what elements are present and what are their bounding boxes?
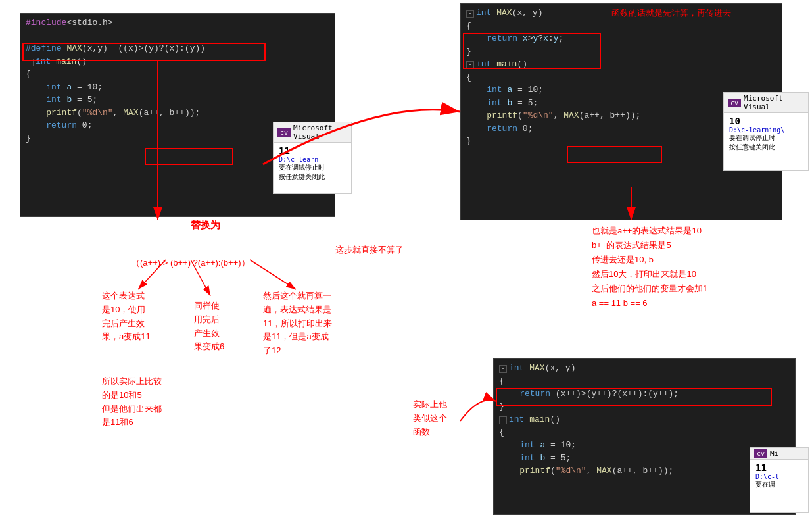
output-hint2-top-left: 按任意键关闭此 xyxy=(279,172,346,182)
tr-line-3: return x>y?x:y; xyxy=(461,32,782,45)
vs-logo-top-left: cv xyxy=(277,128,291,137)
arrow-similar-to-func xyxy=(460,400,496,421)
annotation-result-desc: 也就是a++的表达式结果是10 b++的表达式结果是5 传进去还是10, 5 然… xyxy=(592,224,707,311)
code-line-a: int a = 10; xyxy=(20,81,335,94)
output-path-top-left: D:\c-learn xyxy=(279,156,346,163)
br-line-3: return (x++)>(y++)?(x++):(y++); xyxy=(494,387,795,401)
annotation-recalc: 然后这个就再算一 遍，表达式结果是 11，所以打印出来 是11，但是a变成 了1… xyxy=(263,289,332,358)
code-line-b: int b = 5; xyxy=(20,93,335,107)
arrow-to-recalc xyxy=(250,260,296,289)
output-title-bottom-right: Mi xyxy=(770,449,778,458)
code-line-1: #include<stdio.h> xyxy=(20,16,335,30)
output-body-bottom-right: 11 D:\c-l 要在调 xyxy=(750,460,808,492)
annotation-replace: 替换为 xyxy=(191,217,220,233)
vs-logo-top-right: cv xyxy=(728,99,741,107)
output-value-top-right: 10 xyxy=(729,116,803,126)
annotation-similar-func: 实际上他 类似这个 函数 xyxy=(413,398,447,439)
output-value-top-left: 11 xyxy=(279,145,346,156)
output-hint1-top-left: 要在调试停止时 xyxy=(279,163,346,172)
br-line-1: -int MAX(x, y) xyxy=(494,362,795,375)
annotation-actual-compare: 所以实际上比较 的是10和5 但是他们出来都 是11和6 xyxy=(102,375,162,429)
output-panel-top-right: cv Microsoft Visual 10 D:\c-learning\ 要在… xyxy=(723,92,809,171)
output-value-bottom-right: 11 xyxy=(755,462,803,473)
code-line-2 xyxy=(20,30,335,43)
output-panel-bottom-right: cv Mi 11 D:\c-l 要在调 xyxy=(750,447,809,513)
br-line-4: } xyxy=(494,401,795,414)
br-line-2: { xyxy=(494,375,795,388)
tr-line-4: } xyxy=(461,45,782,59)
output-panel-top-left: cv Microsoft Visual 11 D:\c-learn 要在调试停止… xyxy=(273,122,352,194)
vs-logo-bottom-right: cv xyxy=(754,449,767,458)
output-path-top-right: D:\c-learning\ xyxy=(729,126,803,134)
tr-line-5: -int main() xyxy=(461,58,782,71)
output-header-top-left: cv Microsoft Visual xyxy=(274,122,351,143)
output-body-top-left: 11 D:\c-learn 要在调试停止时 按任意键关闭此 xyxy=(274,143,351,184)
output-hint1-bottom-right: 要在调 xyxy=(755,480,803,489)
annotation-same-effect: 同样使 用完后 产生效 果变成6 xyxy=(194,299,224,354)
br-line-6: { xyxy=(494,426,795,439)
output-header-bottom-right: cv Mi xyxy=(750,448,808,460)
code-line-define: #define MAX(x,y) ((x)>(y)?(x):(y)) xyxy=(20,42,335,55)
output-hint2-top-right: 按任意键关闭此 xyxy=(729,143,803,152)
output-title-top-left: Microsoft Visual xyxy=(293,124,347,141)
annotation-direct-no-calc: 这步就直接不算了 xyxy=(335,243,404,257)
output-header-top-right: cv Microsoft Visual xyxy=(724,93,808,113)
output-body-top-right: 10 D:\c-learning\ 要在调试停止时 按任意键关闭此 xyxy=(724,113,808,155)
code-line-main: -int main() xyxy=(20,55,335,68)
br-line-5: -int main() xyxy=(494,413,795,426)
annotation-expr-10: 这个表达式 是10，使用 完后产生效 果，a变成11 xyxy=(102,289,151,344)
code-line-printf: printf("%d\n", MAX(a++, b++)); xyxy=(20,107,335,120)
annotation-func-desc: 函数的话就是先计算，再传进去 xyxy=(611,7,731,20)
annotation-expanded-macro: （(a++) > (b++) ?(a++):(b++)） xyxy=(131,257,250,270)
tr-line-6: { xyxy=(461,71,782,84)
code-line-brace1: { xyxy=(20,68,335,81)
output-path-bottom-right: D:\c-l xyxy=(755,473,803,480)
tr-line-2: { xyxy=(461,20,782,33)
output-title-top-right: Microsoft Visual xyxy=(744,94,804,111)
output-hint1-top-right: 要在调试停止时 xyxy=(729,134,803,143)
